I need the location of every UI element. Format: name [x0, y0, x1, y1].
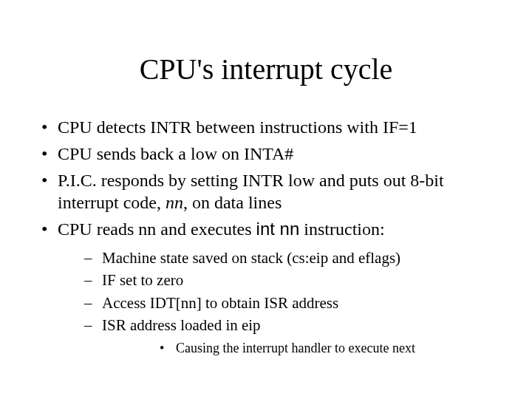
bullet-text: CPU reads nn and executes: [58, 219, 256, 239]
subsub-bullet-text: Causing the interrupt handler to execute…: [176, 341, 415, 355]
bullet-text: CPU detects INTR between instructions wi…: [58, 117, 417, 137]
sub-bullet-item: ISR address loaded in eip Causing the in…: [58, 315, 495, 358]
bullet-item: CPU reads nn and executes int nn instruc…: [37, 218, 495, 358]
bullet-text-italic: nn: [166, 193, 183, 212]
bullet-list-level2: Machine state saved on stack (cs:eip and…: [58, 248, 495, 358]
sub-bullet-text: Machine state saved on stack (cs:eip and…: [102, 249, 400, 267]
sub-bullet-text: ISR address loaded in eip: [102, 316, 261, 334]
bullet-list-level1: CPU detects INTR between instructions wi…: [37, 116, 495, 358]
sub-bullet-text: IF set to zero: [102, 271, 183, 289]
bullet-item: CPU sends back a low on INTA#: [37, 143, 495, 165]
bullet-text: instruction:: [299, 219, 384, 239]
slide: CPU's interrupt cycle CPU detects INTR b…: [0, 0, 532, 399]
slide-title: CPU's interrupt cycle: [37, 52, 495, 86]
sub-bullet-item: IF set to zero: [58, 270, 495, 290]
bullet-list-level3: Causing the interrupt handler to execute…: [102, 340, 495, 357]
sub-bullet-item: Access IDT[nn] to obtain ISR address: [58, 293, 495, 313]
bullet-item: CPU detects INTR between instructions wi…: [37, 116, 495, 138]
bullet-text-code: int nn: [256, 219, 300, 239]
bullet-item: P.I.C. responds by setting INTR low and …: [37, 169, 495, 214]
sub-bullet-item: Machine state saved on stack (cs:eip and…: [58, 248, 495, 268]
bullet-text: , on data lines: [183, 193, 282, 212]
bullet-text: CPU sends back a low on INTA#: [58, 144, 293, 163]
sub-bullet-text: Access IDT[nn] to obtain ISR address: [102, 294, 338, 312]
subsub-bullet-item: Causing the interrupt handler to execute…: [102, 340, 495, 357]
